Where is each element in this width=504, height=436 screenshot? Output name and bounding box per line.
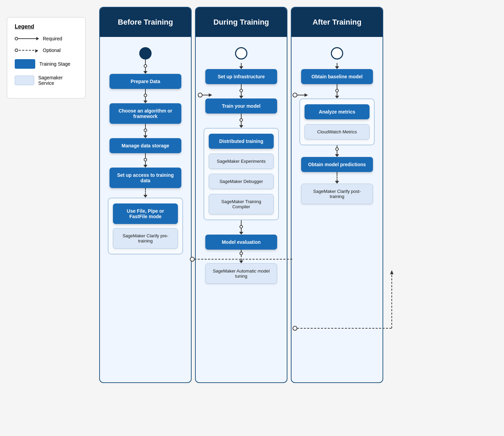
during-training-column: During Training Set up infrastructure [195, 7, 287, 383]
dashed-line [145, 188, 146, 195]
setup-access-node[interactable]: Set up access to training data [109, 168, 181, 188]
conn-a3 [335, 145, 339, 157]
model-eval-node[interactable]: Model evaluation [205, 235, 277, 250]
required-line [15, 37, 39, 40]
training-stage-label: Training Stage [39, 61, 70, 67]
sm-clarify-pre-node[interactable]: SageMaker Clarify pre-training [113, 228, 178, 249]
optional-line-group [15, 49, 39, 52]
arrow [335, 181, 339, 184]
distributed-node[interactable]: Distributed training [209, 134, 274, 149]
arrow [143, 71, 147, 74]
arrow [143, 195, 147, 198]
arrow [239, 125, 243, 128]
circle [240, 225, 243, 228]
conn-d4 [239, 220, 243, 235]
sm-debugger-node[interactable]: SageMaker Debugger [209, 174, 274, 189]
manage-storage-node[interactable]: Manage data storage [109, 138, 181, 153]
analyze-metrics-node[interactable]: Analyze metrics [305, 104, 370, 119]
line [145, 153, 146, 158]
conn3 [143, 124, 147, 138]
use-file-node[interactable]: Use File, Pipe or FastFile mode [113, 203, 178, 224]
choose-algo-node[interactable]: Choose an algorithm or framework [109, 103, 181, 124]
circle [144, 64, 147, 68]
arrow [239, 232, 243, 235]
conn2 [143, 89, 147, 103]
arrow [239, 66, 243, 69]
optional-label: Optional [43, 48, 61, 53]
circle [335, 147, 339, 151]
during-sub-container: Distributed training SageMaker Experimen… [204, 128, 279, 220]
dashed-line [337, 174, 337, 181]
prepare-data-node[interactable]: Prepare Data [109, 74, 181, 89]
sm-training-compiler-node[interactable]: SageMaker Training Compiler [209, 194, 274, 214]
arrow [143, 101, 147, 103]
light-box-sample [15, 76, 34, 85]
line [145, 60, 146, 64]
line [145, 132, 146, 135]
line [241, 84, 242, 89]
train-model-node[interactable]: Train your model [205, 98, 277, 114]
line [241, 114, 242, 118]
setup-infra-node[interactable]: Set up infrastructure [205, 69, 277, 84]
line [145, 97, 146, 101]
svg-marker-11 [390, 270, 393, 274]
arrow [239, 96, 243, 98]
conn-d5-dashed [239, 250, 243, 263]
line [241, 63, 242, 66]
after-body: Obtain baseline model Analyze metrics [292, 37, 383, 211]
baseline-model-node[interactable]: Obtain baseline model [301, 69, 373, 84]
conn4 [143, 153, 147, 168]
legend-sagemaker-service: Sagemaker Service [15, 75, 78, 86]
ring-inner [335, 52, 339, 55]
line [145, 161, 146, 165]
before-body: Prepare Data Choose an algorithm or fram… [100, 37, 191, 261]
during-header: During Training [196, 8, 287, 37]
circle [144, 129, 147, 132]
circle [335, 89, 339, 92]
conn1 [143, 60, 147, 74]
after-training-column: After Training Obtain baseline model [291, 7, 383, 383]
required-label: Required [43, 36, 62, 41]
legend-training-stage: Training Stage [15, 59, 78, 69]
line [145, 68, 146, 71]
sm-auto-tuning-node[interactable]: SageMaker Automatic model tuning [205, 263, 277, 284]
during-start-ring [235, 47, 247, 60]
sm-clarify-post-node[interactable]: SageMaker Clarify post-training [301, 184, 373, 204]
line [241, 92, 242, 96]
obtain-predictions-node[interactable]: Obtain model predictions [301, 157, 373, 172]
arrow [143, 165, 147, 168]
before-training-column: Before Training Prepare Data [99, 7, 192, 383]
before-sub-container: Use File, Pipe or FastFile mode SageMake… [108, 198, 183, 254]
legend-optional: Optional [15, 48, 78, 53]
sm-experiments-node[interactable]: SageMaker Experiments [209, 154, 274, 169]
circle [240, 89, 243, 92]
during-body: Set up infrastructure Train your model [196, 37, 287, 291]
cloudwatch-node[interactable]: CloudWatch Metrics [305, 124, 370, 140]
line [337, 92, 337, 96]
line [337, 63, 337, 66]
conn-d2 [239, 84, 243, 98]
arrow [335, 96, 339, 98]
line [241, 220, 242, 225]
start-node [139, 47, 152, 60]
optional-circle [15, 49, 18, 52]
conn-a4-dashed [335, 172, 339, 184]
arrow [335, 154, 339, 157]
line [241, 228, 242, 232]
circle [240, 252, 243, 255]
line [241, 122, 242, 125]
blue-box-sample [15, 59, 35, 69]
line [145, 89, 146, 94]
dashed-line [241, 255, 242, 261]
arrow [143, 135, 147, 138]
conn-d3 [239, 114, 243, 128]
line [145, 124, 146, 129]
conn5-dashed [143, 188, 147, 198]
line [337, 151, 337, 154]
diagram: Before Training Prepare Data [99, 7, 383, 383]
arrow [239, 261, 243, 263]
legend-title: Legend [15, 24, 78, 30]
circle [240, 118, 243, 122]
arrow [335, 66, 339, 69]
diagram-wrapper: Before Training Prepare Data [99, 7, 383, 383]
